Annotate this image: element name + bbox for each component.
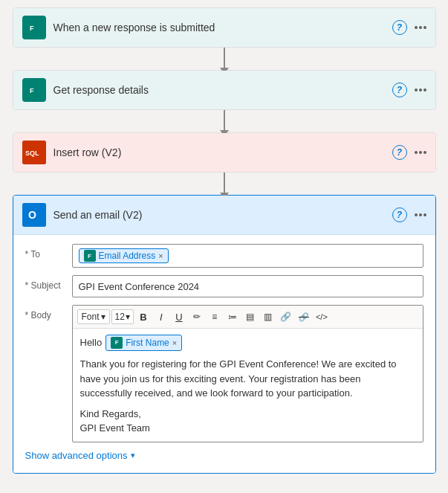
more-button-4[interactable] [415,213,426,216]
help-button-2[interactable]: ? [392,83,407,97]
body-signature: Kind Regards, GPI Event Team [80,407,415,436]
bullet-list-button[interactable]: ≡ [207,309,223,325]
highlight-button[interactable]: ✏ [189,309,205,325]
firstname-token-icon: F [111,337,123,349]
step-title-3: Insert row (V2) [53,146,385,158]
chevron-down-icon-size: ▾ [126,312,130,322]
to-field-row: * To F Email Address × [25,244,423,268]
link-button[interactable]: 🔗 [278,309,294,325]
step-header-1: F When a new response is submitted ? [13,8,435,47]
body-label: * Body [25,305,66,320]
step-title-4: Send an email (V2) [53,209,385,221]
step-card-4: O Send an email (V2) ? * To F [13,195,436,474]
token-icon: F [84,250,96,262]
token-close[interactable]: × [158,251,163,260]
body-toolbar: Font ▾ 12 ▾ B I U ✏ ≡ ≔ [73,306,423,329]
step-icon-2: F [22,78,46,102]
firstname-token-close[interactable]: × [172,337,177,349]
step-header-3: SQL Insert row (V2) ? [13,133,435,172]
email-body: * To F Email Address × * Subject GPI Eve… [13,235,435,473]
step-actions-1: ? [392,20,426,35]
step-card-2: F Get response details ? [13,70,436,110]
step-title-1: When a new response is submitted [53,22,385,33]
hello-line: Hello F First Name × [80,335,415,351]
svg-text:O: O [28,209,36,221]
step-actions-2: ? [392,83,426,97]
flow-container: F When a new response is submitted ? F G… [7,7,441,474]
step-actions-4: ? [392,207,426,222]
step-title-2: Get response details [53,84,385,96]
subject-field-row: * Subject GPI Event Conference 2024 [25,275,423,297]
body-field-row: * Body Font ▾ 12 ▾ [25,305,423,442]
font-size-select[interactable]: 12 ▾ [111,309,134,324]
body-editor[interactable]: Font ▾ 12 ▾ B I U ✏ ≡ ≔ [72,305,423,442]
more-button-2[interactable] [415,88,426,91]
step-card-3: SQL Insert row (V2) ? [13,132,436,173]
step-header-4: O Send an email (V2) ? [13,196,435,235]
subject-label: * Subject [25,275,66,291]
subject-field-value[interactable]: GPI Event Conference 2024 [72,275,423,297]
step-icon-3: SQL [22,141,46,164]
step-header-2: F Get response details ? [13,71,435,109]
help-button-1[interactable]: ? [392,20,407,35]
firstname-token[interactable]: F First Name × [105,335,182,351]
body-paragraph: Thank you for registering for the GPI Ev… [80,357,415,401]
step-icon-4: O [22,203,46,227]
code-button[interactable]: </> [314,309,330,325]
more-button-3[interactable] [415,151,426,154]
body-content[interactable]: Hello F First Name × Thank you for regis… [73,329,423,442]
connector-2 [224,110,225,132]
italic-button[interactable]: I [153,309,169,325]
connector-1 [224,48,225,70]
step-icon-1: F [22,16,46,39]
chevron-down-icon: ▾ [131,451,135,460]
svg-text:F: F [30,87,34,94]
body-field-wrapper: Font ▾ 12 ▾ B I U ✏ ≡ ≔ [72,305,423,442]
to-label: * To [25,244,66,260]
svg-text:SQL: SQL [25,149,39,157]
bold-button[interactable]: B [135,309,152,325]
email-address-token[interactable]: F Email Address × [79,248,169,263]
help-button-4[interactable]: ? [392,207,407,222]
unlink-button[interactable]: 🔗 [296,309,312,325]
numbered-list-button[interactable]: ≔ [224,309,241,325]
connector-3 [224,173,225,195]
font-select[interactable]: Font ▾ [77,309,110,324]
more-button-1[interactable] [415,26,426,29]
align-right-button[interactable]: ▥ [260,309,276,325]
chevron-down-icon: ▾ [101,312,105,322]
underline-button[interactable]: U [171,309,187,325]
help-button-3[interactable]: ? [392,145,407,160]
show-advanced-button[interactable]: Show advanced options ▾ [25,450,423,461]
to-field-value[interactable]: F Email Address × [72,244,423,268]
step-card-1: F When a new response is submitted ? [13,7,436,48]
align-left-button[interactable]: ▤ [242,309,259,325]
svg-text:F: F [30,25,34,32]
step-actions-3: ? [392,145,426,160]
